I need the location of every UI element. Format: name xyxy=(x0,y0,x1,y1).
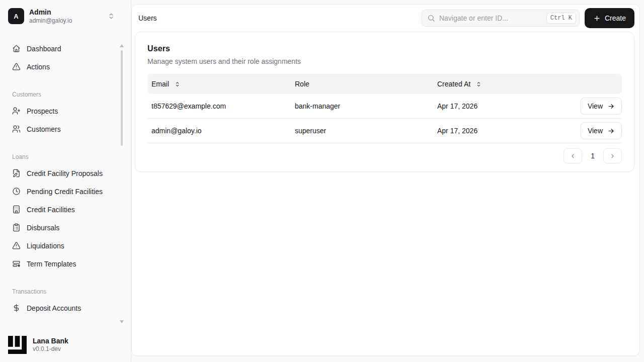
view-button[interactable]: View xyxy=(581,98,622,115)
home-icon xyxy=(12,44,21,53)
global-search[interactable]: Ctrl K xyxy=(422,10,580,27)
sidebar-item-disbursals[interactable]: Disbursals xyxy=(8,219,123,237)
prev-page-button[interactable] xyxy=(564,148,582,163)
sidebar-item-label: Actions xyxy=(27,63,50,71)
chevron-right-icon xyxy=(609,153,616,159)
users-card: Users Manage system users and their role… xyxy=(135,32,634,172)
table-row: admin@galoy.io superuser Apr 17, 2026 Vi… xyxy=(147,119,622,143)
user-menu[interactable]: A Admin admin@galoy.io xyxy=(0,0,131,25)
sidebar-item-label: Liquidations xyxy=(27,242,64,250)
sidebar-item-label: Pending Credit Facilities xyxy=(27,188,103,196)
sidebar-nav: Dashboard Actions Customers Prospects Cu… xyxy=(0,25,131,317)
cell-role: superuser xyxy=(291,127,433,135)
panel-header: Users Ctrl K Create xyxy=(132,5,639,32)
avatar: A xyxy=(8,8,24,24)
sort-icon xyxy=(174,81,181,87)
table-row: t857629@example.com bank-manager Apr 17,… xyxy=(147,94,622,119)
cell-role: bank-manager xyxy=(291,102,433,110)
cell-created-at: Apr 17, 2026 xyxy=(433,127,551,135)
create-button-label: Create xyxy=(605,14,626,22)
breadcrumb: Users xyxy=(138,14,157,22)
brand-name: Lana Bank xyxy=(33,337,68,346)
scrollbar-down-arrow-icon[interactable] xyxy=(120,320,124,323)
sidebar-item-deposit-accounts[interactable]: Deposit Accounts xyxy=(8,299,123,317)
column-header-created-at[interactable]: Created At xyxy=(433,80,551,88)
triangle-alert-icon xyxy=(12,241,21,250)
chevrons-up-down-icon xyxy=(108,13,115,20)
user-name: Admin xyxy=(29,8,103,17)
file-pen-icon xyxy=(12,169,21,177)
sidebar-item-prospects[interactable]: Prospects xyxy=(8,102,123,120)
sort-icon xyxy=(475,81,482,87)
sidebar-item-label: Dashboard xyxy=(27,45,61,53)
sidebar-footer: Lana Bank v0.0.1-dev xyxy=(0,329,130,362)
nav-group-label-loans: Loans xyxy=(8,153,123,160)
user-email: admin@galoy.io xyxy=(29,17,103,25)
sidebar-item-label: Prospects xyxy=(27,107,58,115)
clipboard-list-icon xyxy=(12,223,21,232)
sidebar-item-pending-credit-facilities[interactable]: Pending Credit Facilities xyxy=(8,183,123,201)
clock-icon xyxy=(12,187,21,196)
sidebar: A Admin admin@galoy.io Dashboard Actions… xyxy=(0,0,131,362)
column-header-email[interactable]: Email xyxy=(147,80,291,88)
main-panel: Users Ctrl K Create Users Manage system … xyxy=(131,4,640,356)
arrow-right-icon xyxy=(607,103,615,110)
scrollbar-up-arrow-icon[interactable] xyxy=(120,44,124,47)
view-button[interactable]: View xyxy=(581,122,622,139)
sidebar-item-label: Customers xyxy=(27,125,61,133)
card-subtitle: Manage system users and their role assig… xyxy=(147,57,622,65)
arrow-right-icon xyxy=(607,127,615,135)
current-page-number: 1 xyxy=(591,152,595,160)
sidebar-item-label: Term Templates xyxy=(27,260,76,268)
cell-email: admin@galoy.io xyxy=(147,127,291,135)
sidebar-item-label: Credit Facilities xyxy=(27,206,75,214)
chevron-left-icon xyxy=(570,153,576,159)
pagination: 1 xyxy=(147,143,622,167)
dollar-icon xyxy=(12,304,21,312)
sidebar-item-credit-facility-proposals[interactable]: Credit Facility Proposals xyxy=(8,164,123,183)
sidebar-item-label: Deposit Accounts xyxy=(27,304,81,312)
nav-group-label-transactions: Transactions xyxy=(8,288,123,295)
create-button[interactable]: Create xyxy=(585,8,634,28)
building-icon xyxy=(12,205,21,214)
brand-version: v0.0.1-dev xyxy=(33,345,68,353)
search-input[interactable] xyxy=(439,14,542,22)
panels-icon xyxy=(12,259,21,268)
sidebar-item-label: Disbursals xyxy=(27,224,59,232)
card-title: Users xyxy=(147,44,622,53)
user-plus-icon xyxy=(12,107,21,115)
sidebar-item-liquidations[interactable]: Liquidations xyxy=(8,237,123,255)
search-icon xyxy=(427,14,435,22)
users-icon xyxy=(12,125,21,133)
cell-email: t857629@example.com xyxy=(147,102,291,110)
shortcut-badge: Ctrl K xyxy=(546,13,576,24)
sidebar-item-term-templates[interactable]: Term Templates xyxy=(8,255,123,273)
sidebar-item-label: Credit Facility Proposals xyxy=(27,169,103,177)
table-body: t857629@example.com bank-manager Apr 17,… xyxy=(147,94,622,143)
nav-group-label-customers: Customers xyxy=(8,91,123,98)
lana-bank-logo xyxy=(8,336,27,354)
next-page-button[interactable] xyxy=(603,148,622,163)
cell-created-at: Apr 17, 2026 xyxy=(433,102,551,110)
sidebar-item-credit-facilities[interactable]: Credit Facilities xyxy=(8,201,123,219)
table-header-row: Email Role Created At xyxy=(147,74,622,94)
column-header-role: Role xyxy=(291,80,433,88)
sidebar-item-dashboard[interactable]: Dashboard xyxy=(8,40,123,58)
triangle-alert-icon xyxy=(12,62,21,71)
sidebar-item-customers[interactable]: Customers xyxy=(8,120,123,138)
plus-icon xyxy=(593,15,601,22)
sidebar-item-actions[interactable]: Actions xyxy=(8,58,123,76)
users-table: Email Role Created At t857629@examp xyxy=(147,74,622,143)
sidebar-scrollbar[interactable] xyxy=(121,50,123,146)
